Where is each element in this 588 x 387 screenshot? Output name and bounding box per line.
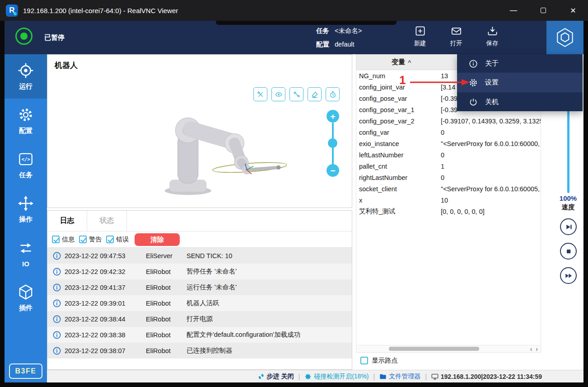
zoom-in-button[interactable]: +: [327, 110, 339, 123]
timer-button[interactable]: [326, 87, 340, 101]
robot-3d-view-panel[interactable]: 机器人: [47, 54, 352, 208]
log-time: 2023-12-22 09:38:38: [65, 331, 142, 339]
info-icon: [53, 315, 61, 323]
stop-button[interactable]: [560, 243, 577, 260]
log-entry[interactable]: 2023-12-22 09:47:53 EliServer SEND TICK:…: [47, 248, 352, 264]
sidebar-item-io[interactable]: IO: [5, 231, 47, 276]
maximize-icon: [541, 8, 546, 13]
move-arrows-icon: [17, 195, 34, 212]
robot-panel-title: 机器人: [55, 60, 78, 71]
code-task-icon: </>: [17, 151, 34, 168]
menu-item-about[interactable]: 关于: [457, 54, 583, 73]
log-time: 2023-12-22 09:47:53: [65, 252, 142, 260]
collision-detection-label: 碰撞检测开启(18%): [314, 373, 369, 381]
skip-next-icon: [564, 222, 574, 232]
tab-log[interactable]: 日志: [47, 211, 87, 231]
filter-info-label: 信息: [62, 236, 75, 244]
log-entry[interactable]: 2023-12-22 09:38:44 EliRobot 打开电源: [47, 311, 352, 327]
timer-icon: [329, 90, 337, 99]
minimize-button[interactable]: —: [499, 0, 528, 21]
fast-forward-button[interactable]: [560, 267, 577, 284]
show-waypoints-option[interactable]: 显示路点: [356, 354, 541, 366]
waypoints-checkbox-icon: [360, 357, 368, 364]
log-message: 运行任务 '未命名': [187, 283, 352, 292]
folder-icon: [379, 373, 387, 380]
cube-icon: [17, 283, 34, 301]
log-message: 配置文件'default.configuration'加载成功: [187, 330, 352, 339]
step-forward-button[interactable]: [560, 218, 577, 235]
io-arrows-icon: [17, 240, 34, 257]
log-time: 2023-12-22 09:38:44: [65, 316, 142, 323]
log-source: EliRobot: [146, 347, 183, 354]
filter-error[interactable]: 错误: [106, 236, 129, 244]
scrollbar-thumb[interactable]: [389, 347, 479, 351]
gear-icon: [17, 106, 34, 123]
app-logo-button[interactable]: [546, 21, 583, 54]
vnc-titlebar: R 192.168.1.200 (intel-corei7-64:0) - Re…: [0, 0, 588, 21]
scroll-right-icon[interactable]: ›: [536, 345, 538, 353]
speed-percent: 100%: [547, 194, 583, 202]
variable-value: 1: [441, 163, 541, 170]
filter-info[interactable]: 信息: [52, 236, 75, 244]
variable-name: 艾利特_测试: [359, 207, 441, 216]
open-task-button[interactable]: 打开: [438, 25, 474, 47]
log-entry[interactable]: 2023-12-22 09:38:07 EliRobot 已连接到控制器: [47, 343, 352, 359]
scroll-left-icon[interactable]: ‹: [530, 345, 532, 353]
sidebar-item-operate[interactable]: 操作: [5, 187, 47, 231]
menu-item-shutdown[interactable]: 关机: [457, 92, 583, 111]
log-entry[interactable]: 2023-12-22 09:39:01 EliRobot 机器人活跃: [47, 295, 352, 311]
sidebar-item-plugin[interactable]: 插件: [5, 276, 47, 320]
file-manager-button[interactable]: 文件管理器: [379, 373, 420, 381]
variable-value: 0: [441, 174, 541, 181]
sidebar-item-task[interactable]: </> 任务: [5, 143, 47, 187]
variable-row[interactable]: pallet_cnt1: [356, 160, 541, 172]
new-task-button[interactable]: 新建: [402, 25, 438, 47]
clear-log-button[interactable]: 清除: [135, 233, 180, 246]
collision-icon: [304, 373, 312, 380]
variable-name: pallet_cnt: [359, 163, 441, 170]
variable-name: leftLastNumber: [359, 151, 441, 159]
collision-detection-status[interactable]: 碰撞检测开启(18%): [304, 373, 369, 381]
variable-row[interactable]: rightLastNumber0: [356, 172, 541, 183]
tab-status[interactable]: 状态: [87, 211, 127, 231]
path-nodes-button[interactable]: [289, 87, 303, 101]
variable-name: socket_client: [359, 185, 441, 193]
menu-item-settings[interactable]: 设置: [457, 73, 583, 92]
variable-row[interactable]: 艾利特_测试[0, 0, 0, 0, 0, 0]: [356, 206, 541, 217]
variable-row[interactable]: exio_instance"<ServerProxy for 6.0.0.10:…: [356, 138, 541, 149]
variable-row[interactable]: leftLastNumber0: [356, 149, 541, 160]
speed-slider-track[interactable]: [567, 107, 569, 193]
step-mode-status[interactable]: 步进 关闭: [257, 373, 294, 381]
checkbox-checked-icon: [52, 236, 60, 243]
filter-warning-label: 警告: [89, 236, 102, 244]
sidebar-item-config[interactable]: 配置: [5, 99, 47, 143]
sidebar-item-run[interactable]: 运行: [5, 54, 47, 99]
variable-row[interactable]: config_var0: [356, 127, 541, 138]
log-panel: 日志 状态 信息 警告 错误 清除: [47, 210, 352, 370]
save-task-label: 保存: [486, 39, 499, 47]
config-name-value: default: [335, 41, 355, 48]
annotation-number: 1: [399, 73, 406, 87]
eraser-icon: [311, 90, 319, 99]
eraser-button[interactable]: [308, 87, 322, 101]
zoom-slider-thumb[interactable]: [328, 138, 337, 148]
vnc-toolbar-notch[interactable]: [216, 21, 397, 25]
variable-row[interactable]: socket_client"<ServerProxy for 6.0.0.10:…: [356, 183, 541, 194]
robot-status-indicator[interactable]: [15, 28, 33, 45]
save-task-button[interactable]: 保存: [474, 25, 510, 47]
separator: |: [299, 373, 300, 380]
variable-row[interactable]: x10: [356, 194, 541, 206]
log-entry[interactable]: 2023-12-22 09:41:37 EliRobot 运行任务 '未命名': [47, 279, 352, 295]
log-tabs: 日志 状态: [47, 211, 352, 231]
variable-row[interactable]: config_pose_var_2[-0.39107, 0.14393, 0.3…: [356, 115, 541, 127]
horizontal-scrollbar[interactable]: ‹ ›: [356, 345, 541, 352]
close-button[interactable]: ✕: [558, 0, 588, 21]
filter-warning[interactable]: 警告: [79, 236, 102, 244]
variable-value: 0: [441, 129, 541, 136]
maximize-button[interactable]: [528, 0, 558, 21]
log-entry[interactable]: 2023-12-22 09:42:32 EliRobot 暂停任务 '未命名': [47, 264, 352, 279]
collapse-caret-icon: ^: [408, 59, 411, 66]
log-message: 已连接到控制器: [187, 346, 352, 355]
log-entry[interactable]: 2023-12-22 09:38:38 EliRobot 配置文件'defaul…: [47, 327, 352, 343]
zoom-out-button[interactable]: −: [327, 164, 339, 177]
